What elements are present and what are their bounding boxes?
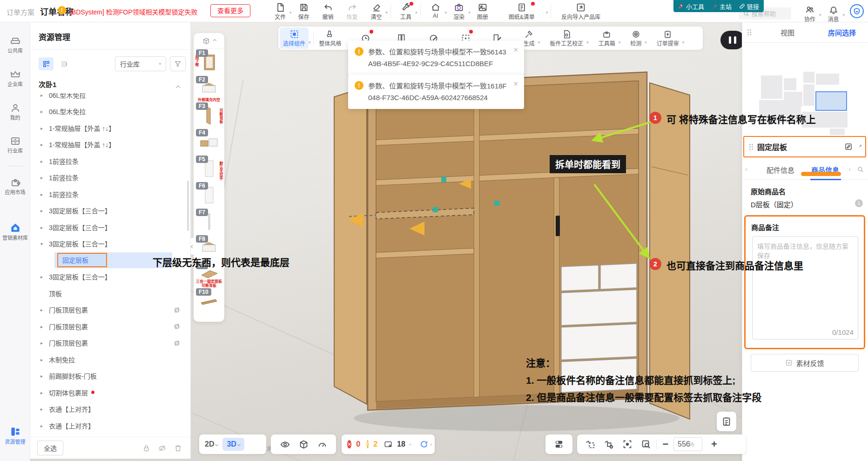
sidebar-item-marketing-assets[interactable]: 营销素材库 (0, 222, 30, 241)
tree-item[interactable]: ▸1-常规抽屉【外盖 ↑↓】 (30, 136, 191, 153)
drag-handle-icon[interactable] (749, 143, 754, 150)
album-button[interactable]: 图册 (471, 0, 495, 20)
sidebar-item-my-library[interactable]: 我的 (0, 102, 30, 121)
clear-button[interactable]: 清空 (364, 0, 389, 20)
hidden-eye-icon[interactable]: Ø (174, 306, 180, 314)
f-template-f8[interactable]: F8 (194, 235, 224, 261)
collapse-group-icon[interactable] (176, 83, 180, 91)
tree-item[interactable]: ▸3固定层板【三合一】 (30, 219, 191, 236)
toolbox-button[interactable]: 工具箱 (595, 27, 619, 49)
material-feedback-button[interactable]: 素材反馈 (751, 354, 859, 372)
link-button[interactable]: 链接 (739, 2, 759, 11)
view-more-button[interactable]: 查看更多 (210, 4, 250, 17)
reverse-import-button[interactable]: 反向导入产品库 (554, 0, 608, 20)
tree-item[interactable]: ▸门板顶层包裹Ø (30, 335, 191, 352)
panel-count-icon[interactable] (384, 440, 392, 448)
refresh-icon[interactable] (420, 440, 428, 448)
collaborate-button[interactable]: 协作 (798, 2, 822, 23)
tree-item[interactable]: 顶板 (30, 285, 191, 302)
zoom-out-button[interactable]: − (658, 438, 673, 450)
f-template-f3[interactable]: F3 可断背板 (194, 102, 224, 129)
list-view-toggle[interactable] (56, 57, 71, 70)
messages-button[interactable]: 消息 (821, 2, 846, 23)
tree-item[interactable]: ▸1前竖拉条 (30, 153, 191, 169)
library-select[interactable]: 行业库 ▾ (115, 56, 166, 71)
sheets-list-button[interactable]: 图纸&清单 (495, 0, 549, 20)
focus-center-icon[interactable] (618, 439, 637, 449)
overall-style-button[interactable]: 整体风格 (316, 27, 345, 49)
f-template-f2[interactable]: F2 外侧填充内空 (194, 75, 224, 102)
pause-button[interactable] (720, 31, 745, 49)
sidebar-item-app-market[interactable]: 应用市场 (0, 177, 30, 196)
tree-scrollbar[interactable] (187, 181, 189, 231)
f-template-f1[interactable]: F1 两下帮 (194, 49, 224, 75)
tree-item[interactable]: ▸06L型木免拉 (30, 103, 191, 120)
redo-button[interactable]: 恢复 (340, 0, 364, 20)
minimap-room[interactable] (803, 84, 814, 106)
tree-item[interactable]: ▸1前竖拉条 (30, 169, 191, 186)
tree-item[interactable]: ▸衣通【上对齐】 (30, 401, 191, 418)
select-all-button[interactable]: 全选 (37, 441, 63, 455)
visibility-eye-icon[interactable] (276, 440, 294, 449)
f-template-f6[interactable]: F6 (194, 182, 224, 208)
tree-item-selected[interactable]: 固定层板 (30, 252, 191, 269)
minimap-room[interactable] (803, 72, 814, 83)
tree-item[interactable]: ▸木制免拉 (30, 351, 191, 368)
minimap-room[interactable] (830, 129, 845, 135)
file-button[interactable]: 文件 (268, 0, 292, 20)
minimap-room[interactable] (816, 74, 839, 85)
drag-handle-icon[interactable] (747, 29, 752, 36)
minimap-room[interactable] (784, 78, 796, 90)
ai-button[interactable]: AI (424, 0, 448, 19)
order-review-button[interactable]: 订单提审 (653, 27, 682, 49)
tab-view[interactable]: 视图 (781, 27, 794, 37)
panel-calibrate-button[interactable]: 板件工艺校正 (546, 27, 586, 49)
hide-eye-icon[interactable] (158, 444, 166, 452)
mode-2d-button[interactable]: 2D (205, 440, 218, 448)
sidebar-item-enterprise-library[interactable]: 企业库 (0, 69, 30, 88)
3d-box-icon[interactable] (294, 440, 313, 449)
zoom-level-input[interactable] (673, 437, 702, 451)
lock-icon[interactable] (142, 444, 150, 452)
caret-down-icon[interactable] (430, 443, 432, 445)
account-shield-logo[interactable] (850, 4, 864, 18)
close-toast-icon[interactable]: ✕ (513, 80, 518, 88)
notes-clipboard-button[interactable] (717, 412, 736, 431)
tree-item-expanded[interactable]: ▾3固定层板【三合一】 (30, 236, 191, 252)
cube-icon[interactable] (202, 37, 210, 45)
select-component-button[interactable]: 选择组件 (280, 27, 309, 49)
mode-3d-button[interactable]: 3D (222, 438, 244, 451)
tab-room-select[interactable]: 房间选择 (828, 27, 856, 37)
tools-button[interactable]: 工具 (394, 0, 418, 20)
undo-button[interactable]: 撤销 (316, 0, 340, 20)
f-template-f10[interactable]: F10 (194, 288, 224, 314)
tree-item[interactable]: ▸前踢脚封板-门板 (30, 368, 191, 385)
render-button[interactable]: 渲染 (447, 0, 471, 20)
f-template-f5[interactable]: F5 默认无拉手 (194, 155, 224, 182)
f-template-f9[interactable]: F9 三合一固定层板 可断背板 (194, 261, 224, 288)
tab-accessory-info[interactable]: 配件信息 (767, 165, 794, 175)
performance-gauge-icon[interactable] (313, 440, 331, 449)
tree-item[interactable]: ▸衣通【上对齐】 (30, 417, 191, 434)
main-site-link[interactable]: 主站 (712, 2, 732, 11)
close-toast-icon[interactable]: ✕ (513, 46, 518, 54)
widgets-link[interactable]: 小工具 (678, 2, 704, 11)
hidden-eye-icon[interactable]: Ø (174, 322, 180, 330)
next-tab-icon[interactable]: › (848, 165, 851, 173)
minimap-room[interactable] (761, 75, 782, 99)
caret-down-icon[interactable] (409, 443, 411, 445)
edit-icon[interactable] (844, 142, 853, 151)
minimap-room[interactable] (802, 112, 848, 128)
save-button[interactable]: 保存 (292, 0, 316, 20)
error-icon[interactable]: ✕ (347, 440, 351, 448)
warning-count-icon[interactable]: ! (367, 440, 369, 448)
camera-select-icon[interactable] (581, 439, 599, 449)
room-group-label[interactable]: 次卧1 (39, 79, 56, 89)
tree-item[interactable]: ▸切割体包裹层 (30, 384, 191, 401)
f-template-f7[interactable]: F7 (194, 208, 224, 235)
tree-item[interactable]: ▸门板顶层包裹Ø (30, 302, 191, 319)
tree-item[interactable]: ▸06L型木免拉 (30, 93, 191, 103)
tree-item[interactable]: ▸3固定层板【三合一】 (30, 203, 191, 219)
trash-icon[interactable] (174, 444, 182, 452)
tree-item[interactable]: ▸1-常规抽屉【外盖 ↑↓】 (30, 120, 191, 136)
